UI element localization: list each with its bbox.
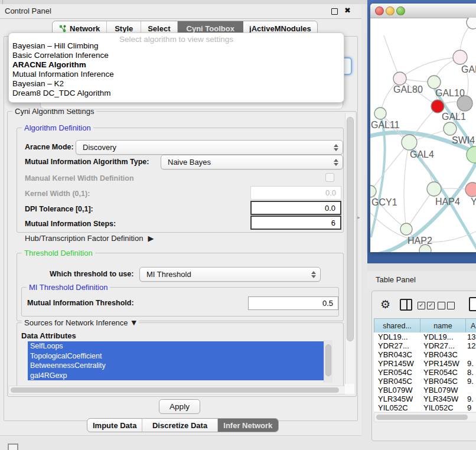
tab-infer-network[interactable]: Infer Network — [218, 419, 278, 432]
table-body: YDL19...YDL19...13 YDR27...YDR27...12 YB… — [374, 332, 476, 412]
spinner-arrows-icon — [334, 144, 338, 151]
mi-threshold-title: MI Threshold Definition — [27, 283, 110, 292]
list-item[interactable]: gal4RGexp — [28, 371, 324, 381]
apply-button-label: Apply — [169, 402, 190, 411]
maximize-traffic-light[interactable] — [396, 6, 405, 15]
network-node[interactable] — [465, 182, 476, 197]
close-traffic-light[interactable] — [375, 6, 384, 15]
node-label: GAL4 — [410, 149, 434, 160]
list-scrollbar-thumb[interactable] — [325, 344, 331, 376]
control-panel-title: Control Panel — [5, 6, 51, 15]
network-node-gal11[interactable] — [374, 107, 386, 119]
file-icon[interactable] — [469, 297, 476, 311]
network-node-gal1[interactable] — [431, 100, 444, 113]
network-node-hap4[interactable] — [427, 182, 441, 196]
aracne-mode-label: Aracne Mode: — [25, 143, 74, 151]
settings-horizontal-scrollbar-thumb[interactable] — [11, 387, 339, 393]
mi-threshold-field[interactable]: 0.5 — [248, 296, 338, 310]
tab-impute-data-label: Impute Data — [93, 421, 136, 430]
table-panel-title: Table Panel — [376, 275, 416, 284]
algorithm-dropdown: Select algorithm to view settings Bayesi… — [8, 32, 344, 103]
dpi-tolerance-label: DPI Tolerance [0,1]: — [25, 205, 93, 213]
dpi-tolerance-field[interactable]: 0.0 — [250, 201, 341, 215]
algorithm-definition-title: Algorithm Definition — [22, 123, 93, 132]
splitter-handle-icon[interactable]: ▸ — [357, 214, 360, 220]
table-horizontal-scrollbar-thumb[interactable] — [376, 415, 468, 420]
mi-threshold-value: 0.5 — [322, 299, 333, 308]
table-panel-strip — [367, 263, 476, 272]
list-item[interactable]: BetweennessCentrality — [28, 361, 324, 371]
manual-kernel-checkbox[interactable] — [325, 173, 334, 182]
collapse-down-icon[interactable]: ▼ — [132, 319, 136, 327]
aracne-mode-value: Discovery — [83, 143, 116, 152]
tab-style-label: Style — [115, 24, 133, 33]
settings-vertical-scrollbar[interactable] — [345, 113, 355, 384]
node-label: Y — [471, 197, 476, 207]
gear-icon[interactable]: ⚙ — [380, 298, 390, 311]
close-icon[interactable]: ✖ — [344, 6, 351, 15]
network-node-swi4[interactable] — [444, 122, 457, 135]
minimize-traffic-light[interactable] — [386, 6, 395, 15]
network-node[interactable] — [453, 50, 467, 64]
node-label: HAP2 — [407, 236, 432, 246]
node-label: GCY1 — [371, 197, 397, 208]
kernel-width-label: Kernel Width (0,1): — [25, 190, 90, 198]
mi-steps-field[interactable]: 6 — [250, 216, 341, 230]
threshold-definition-title: Threshold Definition — [22, 249, 95, 257]
which-threshold-value: MI Threshold — [146, 270, 191, 279]
tab-jactivemnodules-label: jActiveMNodules — [249, 24, 311, 33]
tab-network-label: Network — [70, 24, 100, 33]
float-window-icon[interactable] — [331, 8, 338, 15]
network-node-hap2[interactable] — [400, 223, 412, 235]
minimized-panel-icon[interactable] — [8, 444, 18, 450]
network-node-gcy1[interactable] — [370, 185, 376, 197]
dropdown-item[interactable]: Dream8 DC_TDC Algorithm — [12, 89, 341, 98]
column-header-name[interactable]: name — [420, 318, 466, 333]
screenshot-root: { "icons": { "close": "✖", "gear": "⚙", … — [0, 0, 476, 450]
select-all-checkbox-icon[interactable]: ✓ — [427, 302, 435, 309]
aracne-mode-combobox[interactable]: Discovery — [76, 140, 343, 155]
network-node-gal10[interactable] — [428, 76, 441, 89]
mi-steps-label: Mutual Information Steps: — [25, 220, 116, 228]
dropdown-item[interactable]: Bayesian – K2 — [12, 79, 341, 89]
tab-discretize-data[interactable]: Discretize Data — [142, 419, 217, 432]
column-header-truncated[interactable]: A — [465, 318, 476, 333]
kernel-width-field[interactable]: 0.0 — [250, 186, 341, 200]
list-item[interactable]: SelfLoops — [28, 341, 324, 351]
settings-horizontal-scrollbar[interactable] — [8, 386, 346, 394]
data-attributes-list[interactable]: SelfLoops TopologicalCoefficient Between… — [26, 340, 333, 383]
hub-definition-expander[interactable]: Hub/Transcription Factor Definition ▶ — [25, 233, 154, 243]
table-horizontal-scrollbar[interactable] — [374, 412, 476, 422]
scrollbar-corner — [345, 384, 354, 394]
mi-type-combobox[interactable]: Naive Bayes — [161, 155, 343, 169]
node-label: GAL80 — [393, 84, 423, 95]
data-attributes-label: Data Attributes — [21, 331, 76, 340]
column-header-shared-name[interactable]: shared... — [374, 318, 420, 333]
tab-cyni-toolbox-label: Cyni Toolbox — [187, 24, 234, 33]
network-node-gal80[interactable] — [393, 72, 406, 85]
column-view-icon[interactable] — [400, 299, 412, 311]
network-window-titlebar[interactable] — [370, 4, 476, 18]
tab-impute-data[interactable]: Impute Data — [87, 419, 142, 432]
dropdown-item[interactable]: Mutual Information Inference — [12, 70, 341, 79]
network-node[interactable] — [467, 18, 476, 29]
network-node-gal4[interactable] — [402, 135, 417, 150]
tab-select-label: Select — [148, 24, 170, 33]
deselect-checkbox-icon[interactable] — [438, 302, 445, 309]
dropdown-item[interactable]: Bayesian – Hill Climbing — [12, 41, 341, 51]
deselect-checkbox-icon[interactable] — [447, 302, 455, 309]
node-label: HAP4 — [435, 197, 460, 207]
kernel-width-value: 0.0 — [325, 188, 336, 197]
dropdown-item-selected[interactable]: ARACNE Algorithm — [12, 60, 341, 70]
which-threshold-combobox[interactable]: MI Threshold — [139, 267, 321, 282]
settings-vertical-scrollbar-thumb[interactable] — [347, 117, 354, 341]
top-strip-tick — [2, 0, 3, 4]
dropdown-item[interactable]: Basic Correlation Inference — [12, 51, 341, 60]
hub-definition-label: Hub/Transcription Factor Definition — [25, 234, 143, 243]
select-all-checkbox-icon[interactable]: ✓ — [418, 302, 425, 309]
apply-button[interactable]: Apply — [159, 399, 200, 414]
list-scrollbar[interactable] — [324, 340, 332, 383]
table-panel-header: Table Panel — [367, 271, 476, 289]
node-label: GAL10 — [435, 88, 465, 99]
list-item[interactable]: TopologicalCoefficient — [28, 351, 324, 361]
